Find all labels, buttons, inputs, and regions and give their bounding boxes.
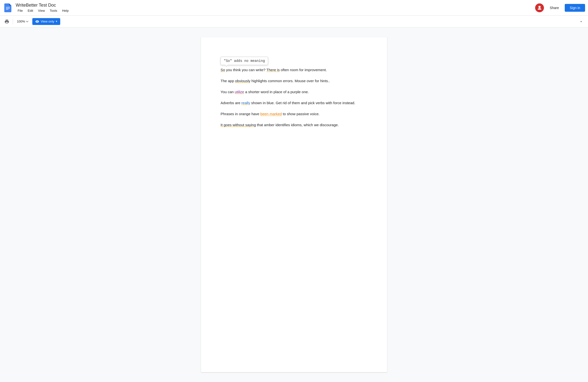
nav-menu: File Edit View Tools Help — [16, 8, 70, 13]
paragraph-6: It goes without saying that amber identi… — [221, 122, 367, 128]
nav-view[interactable]: View — [36, 8, 47, 13]
document-area: "So" adds no meaning So you think you ca… — [0, 27, 588, 382]
text-p4-1: Adverbs are — [221, 101, 241, 105]
svg-rect-0 — [6, 7, 10, 7]
text-p6-2: that amber identifies idioms, which we d… — [257, 123, 338, 127]
app-header: WriteBetter Test Doc File Edit View Tool… — [0, 0, 588, 16]
title-nav: WriteBetter Test Doc File Edit View Tool… — [16, 3, 70, 13]
svg-rect-1 — [6, 8, 10, 8]
nav-tools[interactable]: Tools — [48, 8, 59, 13]
tooltip-box: "So" adds no meaning — [221, 57, 268, 65]
paragraph-5: Phrases in orange have been marked to sh… — [221, 111, 367, 117]
tooltip-text: "So" adds no meaning — [224, 59, 265, 63]
svg-rect-2 — [6, 9, 9, 10]
document-content: So you think you can write? There is oft… — [221, 67, 367, 128]
text-p4-2: shown in blue. Get rid of them and pick … — [251, 101, 355, 105]
text-p1-2: often room for improvement. — [281, 68, 327, 72]
print-button[interactable] — [3, 18, 11, 25]
highlighted-so: So — [221, 68, 225, 72]
paragraph-4: Adverbs are really shown in blue. Get ri… — [221, 99, 367, 106]
header-right: Share Sign in — [535, 3, 585, 12]
eye-icon — [35, 19, 39, 23]
toolbar-right — [577, 18, 585, 25]
text-p2-2: highlights common errors. Mouse over for… — [252, 79, 330, 83]
highlighted-it-goes: It goes without saying — [221, 123, 256, 127]
highlighted-obviously: obviously — [235, 79, 251, 83]
view-only-button[interactable]: View only ▾ — [32, 18, 60, 25]
highlighted-there-is: There is — [266, 68, 280, 72]
header-left: WriteBetter Test Doc File Edit View Tool… — [3, 3, 535, 13]
view-only-chevron-icon: ▾ — [56, 20, 57, 23]
toolbar-divider — [13, 19, 13, 24]
highlighted-really: really — [241, 101, 250, 105]
chevron-up-icon — [579, 19, 583, 24]
highlighted-been-marked: been marked — [260, 112, 282, 116]
nav-edit[interactable]: Edit — [26, 8, 35, 13]
tooltip-arrow-inner — [225, 65, 228, 66]
nav-help[interactable]: Help — [60, 8, 71, 13]
text-p3-1: You can — [221, 90, 235, 94]
zoom-control[interactable]: 100% — [15, 19, 30, 24]
paragraph-3: You can utilize a shorter word in place … — [221, 89, 367, 95]
highlighted-utilize: utilize — [235, 90, 244, 94]
signin-button[interactable]: Sign in — [565, 4, 585, 12]
doc-title: WriteBetter Test Doc — [16, 3, 70, 8]
view-only-label: View only — [41, 19, 54, 23]
zoom-value: 100% — [17, 19, 25, 23]
toolbar: 100% View only ▾ — [0, 16, 588, 27]
zoom-chevron-icon — [26, 20, 28, 23]
nav-file[interactable]: File — [16, 8, 25, 13]
share-button[interactable]: Share — [548, 5, 561, 11]
user-avatar[interactable] — [535, 3, 544, 12]
paragraph-1: So you think you can write? There is oft… — [221, 67, 367, 73]
docs-icon — [3, 3, 13, 13]
document-page: "So" adds no meaning So you think you ca… — [201, 37, 387, 372]
collapse-button[interactable] — [577, 18, 585, 25]
text-p3-2: a shorter word in place of a purple one. — [245, 90, 309, 94]
text-p5-1: Phrases in orange have — [221, 112, 260, 116]
paragraph-2: The app obviously highlights common erro… — [221, 77, 367, 84]
text-p5-2: to show passive voice. — [283, 112, 319, 116]
text-p1-1: you think you can write? — [226, 68, 267, 72]
text-p2-1: The app — [221, 79, 235, 83]
